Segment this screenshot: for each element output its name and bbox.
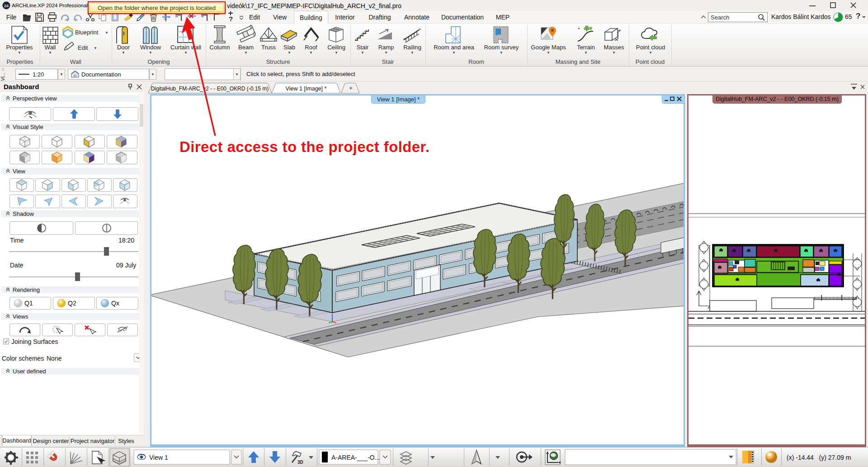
svg-text:Qx: Qx <box>111 300 119 307</box>
svg-text:Q2: Q2 <box>68 300 76 307</box>
svg-text:Vi...: Vi... <box>0 72 5 81</box>
svg-text:A-AREA-___-O...: A-AREA-___-O... <box>331 454 380 461</box>
svg-text:Q1: Q1 <box>24 300 33 307</box>
svg-text:3D: 3D <box>297 460 303 465</box>
svg-text:View 1: View 1 <box>149 454 168 461</box>
svg-text:(x) -14.44 (y) 27.09 m: (x) -14.44 (y) 27.09 m <box>787 454 851 461</box>
svg-text:24: 24 <box>4 4 9 8</box>
